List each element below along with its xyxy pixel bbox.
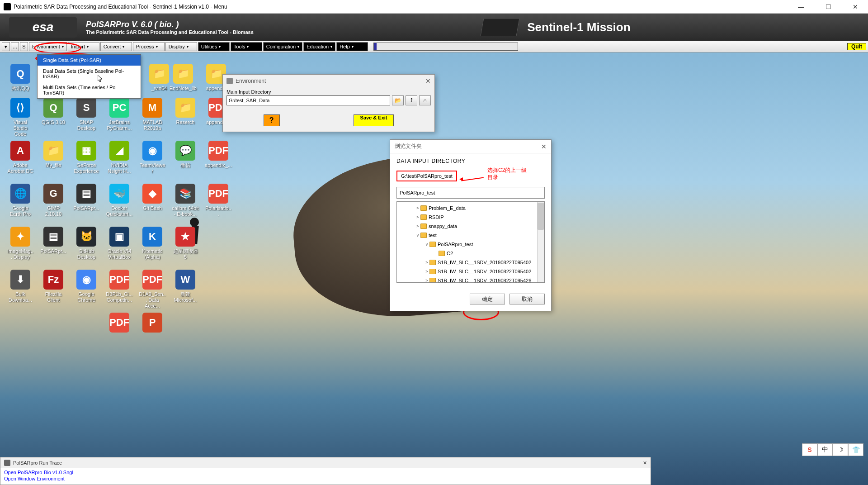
- desktop-icon[interactable]: PDFappendix_...: [205, 141, 232, 168]
- menu-tools[interactable]: Tools: [231, 42, 262, 51]
- run-trace-line: Open Window Environment: [4, 475, 647, 482]
- menu-configuration[interactable]: Configuration: [263, 42, 302, 51]
- tree-scrollbar[interactable]: [537, 202, 544, 282]
- maximize-button[interactable]: ☐: [819, 3, 837, 10]
- save-exit-button[interactable]: Save & Exit: [354, 114, 394, 126]
- menu-item-multi-data-sets[interactable]: Multi Data Sets (Time series / Pol-TomSA…: [38, 82, 141, 98]
- desktop-icon[interactable]: 📁Reserch: [172, 98, 199, 125]
- desktop-icon[interactable]: ⬇Bulk Downloa...: [7, 270, 34, 303]
- desktop-icon[interactable]: FzFilezilla Client: [40, 270, 67, 303]
- menu-item-single-data-set[interactable]: Single Data Set (Pol-SAR): [38, 55, 141, 66]
- app-banner: esa PolSARPro V. 6.0 ( bio. ) The Polari…: [0, 14, 868, 41]
- environment-dialog: Environment ✕ Main Input Directory 📂 ⤴ ⌂…: [222, 74, 435, 132]
- menu-environment[interactable]: Environment: [29, 42, 67, 51]
- desktop-icon[interactable]: PDF: [106, 313, 133, 334]
- desktop-icon[interactable]: P: [139, 313, 166, 334]
- desktop-icon[interactable]: 🐱GitHub Desktop: [73, 227, 100, 260]
- browse-dialog-close-button[interactable]: ✕: [541, 143, 547, 150]
- tree-node[interactable]: C2: [397, 249, 544, 258]
- tray-icon-ime[interactable]: 中: [817, 443, 833, 456]
- desktop-icon[interactable]: 📚calibre 64bit - E-book...: [172, 184, 199, 217]
- menu-process[interactable]: Process: [133, 42, 165, 51]
- ok-button[interactable]: 确定: [470, 294, 505, 304]
- environment-dropdown-menu: Single Data Set (Pol-SAR) Dual Data Sets…: [37, 54, 141, 99]
- run-trace-panel: PolSARpro Run Trace ✕ Open PolSARpro-Bio…: [0, 457, 651, 485]
- annotation-text-line1: 选择C2的上一级: [487, 166, 527, 174]
- desktop-icon[interactable]: 💬微信: [172, 141, 199, 168]
- menu-convert[interactable]: Convert: [100, 42, 132, 51]
- run-trace-close-button[interactable]: ✕: [643, 460, 647, 466]
- desktop-icon[interactable]: 🌐Google Earth Pro: [7, 184, 34, 217]
- menu-ellipsis-button[interactable]: …: [11, 42, 19, 51]
- desktop-icon[interactable]: GGIMP 2.10.10: [40, 184, 67, 217]
- tree-node[interactable]: >Problem_E_data: [397, 204, 544, 213]
- menu-help[interactable]: Help: [336, 42, 368, 51]
- desktop-icon[interactable]: ◉Google Chrome: [73, 270, 100, 303]
- desktop-icon[interactable]: 📁EndNote_lib: [170, 64, 197, 91]
- desktop-icon[interactable]: ✦ImageMag... Display: [7, 227, 34, 260]
- dialog-icon: [226, 78, 233, 84]
- desktop-icon[interactable]: PCJetBrains PyCharm...: [106, 98, 133, 131]
- desktop-icon[interactable]: KKitematic (Alpha): [139, 227, 166, 260]
- desktop-icon[interactable]: 📁My_file: [40, 141, 67, 168]
- tree-node[interactable]: >S1B_IW_SLC__1SDV_20190822T095402: [397, 267, 544, 276]
- desktop-icon[interactable]: SSNAP Desktop: [73, 98, 100, 131]
- esa-logo: esa: [9, 17, 77, 38]
- tree-node[interactable]: vPolSARpro_test: [397, 240, 544, 249]
- banner-title: PolSARPro V. 6.0 ( bio. ): [86, 20, 254, 29]
- desktop-icon[interactable]: ⟨⟩Visual Studio Code: [7, 98, 34, 137]
- menu-s-button[interactable]: S: [20, 42, 28, 51]
- desktop-icon[interactable]: AAdobe Acrobat DC: [7, 141, 34, 174]
- desktop-icon[interactable]: ★超星阅读器5: [172, 227, 199, 260]
- tree-node[interactable]: >snappy_data: [397, 222, 544, 231]
- menu-item-dual-data-sets[interactable]: Dual Data Sets (Single Baseline Pol-InSA…: [38, 66, 141, 82]
- main-input-directory-field[interactable]: [226, 95, 390, 105]
- tray-icon-shirt[interactable]: 👕: [848, 443, 863, 456]
- close-button[interactable]: ✕: [846, 3, 864, 10]
- desktop-icon[interactable]: PDFD3P1b_Cl... Computin...: [106, 270, 133, 303]
- tree-node[interactable]: vtest: [397, 231, 544, 240]
- desktop-icon[interactable]: ▤PolSARpr...: [73, 184, 100, 211]
- desktop-icon[interactable]: ◆Git Bash: [139, 184, 166, 211]
- desktop-icon[interactable]: PDFD1A9_Sen... Data Acce...: [139, 270, 166, 309]
- menu-dropdown-button[interactable]: ▾: [2, 42, 10, 51]
- desktop-icon[interactable]: W新建 Microsof...: [172, 270, 199, 303]
- menu-display[interactable]: Display: [165, 42, 197, 51]
- quit-button[interactable]: Quit: [847, 43, 866, 50]
- up-folder-button[interactable]: ⤴: [406, 95, 417, 105]
- browse-folder-button[interactable]: 📂: [392, 95, 404, 105]
- desktop-icon[interactable]: 📁_win64: [146, 64, 173, 91]
- desktop-icon[interactable]: ◢NVIDIA Nsight H...: [106, 141, 133, 174]
- desktop-icon[interactable]: ▣Oracle VM VirtualBox: [106, 227, 133, 260]
- annotation-text-line2: 目录: [487, 174, 498, 181]
- banner-subtitle: The Polarimetric SAR Data Processing and…: [86, 29, 254, 35]
- desktop-icon[interactable]: ◉TeamViewer: [139, 141, 166, 174]
- minimize-button[interactable]: —: [792, 3, 810, 10]
- desktop-icon[interactable]: ▤PolSARpr...: [40, 227, 67, 254]
- main-input-directory-label: Main Input Directory: [226, 89, 431, 95]
- desktop-icon[interactable]: 🐳Docker Quickstart...: [106, 184, 133, 217]
- desktop-icon[interactable]: ▦GeForce Experience: [73, 141, 100, 174]
- folder-name-input[interactable]: [396, 187, 545, 199]
- banner-image: [481, 18, 520, 36]
- tree-node[interactable]: >S1B_IW_SLC__1SDV_20190822T095426: [397, 276, 544, 283]
- desktop-icon[interactable]: Q腾讯QQ: [7, 64, 34, 91]
- run-trace-title: PolSARpro Run Trace: [13, 460, 62, 466]
- help-button[interactable]: ?: [264, 114, 280, 126]
- menu-education[interactable]: Education: [303, 42, 335, 51]
- data-input-directory-heading: DATA INPUT DIRECTORY: [396, 158, 545, 164]
- tree-node[interactable]: >RSDIP: [397, 213, 544, 222]
- folder-tree[interactable]: >Problem_E_data>RSDIP>snappy_datavtestvP…: [396, 201, 545, 283]
- home-button[interactable]: ⌂: [419, 95, 431, 105]
- tree-node[interactable]: >S1B_IW_SLC__1SDV_20190822T095402: [397, 258, 544, 267]
- desktop-icon[interactable]: MMATLAB R2019a: [139, 98, 166, 131]
- tray-icon-moon[interactable]: ☽: [833, 443, 848, 456]
- menu-utilities[interactable]: Utilities: [198, 42, 230, 51]
- tray-icon-s[interactable]: S: [802, 443, 817, 456]
- cancel-button[interactable]: 取消: [509, 294, 545, 304]
- desktop-icon[interactable]: PDFPolarisatio...: [205, 184, 232, 217]
- menubar: ▾ … S EnvironmentImportConvertProcessDis…: [0, 41, 868, 52]
- dialog-close-button[interactable]: ✕: [425, 77, 431, 85]
- menu-import[interactable]: Import: [68, 42, 99, 51]
- desktop-icon[interactable]: QQGIS 3.10: [40, 98, 67, 125]
